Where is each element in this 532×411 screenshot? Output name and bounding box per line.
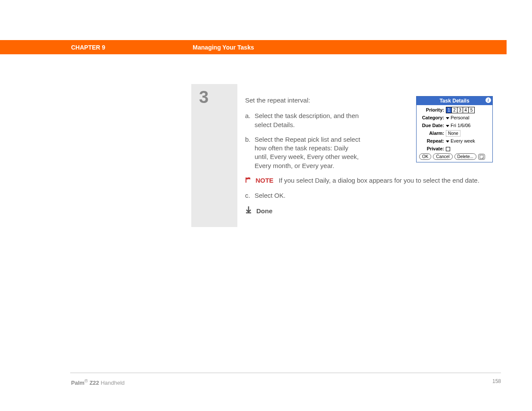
step-number-column: 3: [191, 84, 237, 227]
priority-5[interactable]: 5: [469, 107, 474, 113]
ok-button[interactable]: OK: [419, 153, 431, 160]
priority-1[interactable]: 1: [446, 107, 452, 113]
done-label: Done: [256, 207, 273, 215]
alarm-label: Alarm:: [419, 130, 444, 137]
duedate-row: Due Date: Fri 1/6/06: [419, 122, 490, 129]
substep-list-c: c. Select OK.: [245, 191, 361, 200]
page-title: Managing Your Tasks: [193, 44, 254, 51]
header-bar: CHAPTER 9 Managing Your Tasks: [0, 40, 507, 54]
repeat-row: Repeat: Every week: [419, 138, 490, 144]
delete-button[interactable]: Delete...: [454, 153, 476, 160]
substep-marker: c.: [245, 191, 255, 200]
priority-3[interactable]: 3: [457, 107, 463, 113]
private-checkbox[interactable]: [446, 147, 450, 151]
note-label: NOTE: [255, 177, 274, 184]
repeat-picklist[interactable]: Every week: [446, 138, 475, 144]
duedate-label: Due Date:: [419, 122, 444, 129]
dialog-body: Priority: 1 2 3 4 5 Category: Personal D…: [417, 105, 492, 162]
note-button[interactable]: [478, 154, 485, 160]
substep-c: c. Select OK.: [245, 191, 361, 200]
page-number: 158: [492, 378, 501, 386]
priority-selector[interactable]: 1 2 3 4 5: [446, 107, 475, 113]
repeat-label: Repeat:: [419, 138, 444, 144]
substep-text: Select the task description, and then se…: [255, 112, 361, 129]
substep-marker: a.: [245, 112, 255, 129]
substep-marker: b.: [245, 135, 255, 170]
category-picklist[interactable]: Personal: [446, 115, 469, 121]
dialog-title-bar: Task Details i: [417, 97, 492, 105]
step-content: Set the repeat interval: a. Select the t…: [237, 84, 500, 227]
category-row: Category: Personal: [419, 115, 490, 121]
substep-b: b. Select the Repeat pick list and selec…: [245, 135, 361, 170]
down-arrow-icon: [245, 206, 252, 216]
private-row: Private:: [419, 146, 490, 152]
step-box: 3 Set the repeat interval: a. Select the…: [191, 84, 500, 227]
chapter-label: CHAPTER 9: [71, 44, 105, 51]
footer-brand: Palm® Z22 Handheld: [71, 378, 124, 386]
substep-text: Select the Repeat pick list and select h…: [255, 135, 361, 170]
priority-row: Priority: 1 2 3 4 5: [419, 107, 490, 113]
substep-list: a. Select the task description, and then…: [245, 112, 361, 170]
step-number: 3: [199, 87, 237, 107]
chevron-down-icon: [446, 117, 449, 119]
flag-icon: [245, 177, 252, 185]
cancel-button[interactable]: Cancel: [433, 153, 452, 160]
chevron-down-icon: [446, 140, 449, 143]
priority-4[interactable]: 4: [463, 107, 469, 113]
substep-a: a. Select the task description, and then…: [245, 112, 361, 129]
chevron-down-icon: [446, 125, 449, 127]
note-text: If you select Daily, a dialog box appear…: [279, 177, 479, 184]
dialog-buttons: OK Cancel Delete...: [419, 153, 490, 160]
done-row: Done: [245, 206, 492, 216]
substep-text: Select OK.: [255, 191, 286, 200]
alarm-row: Alarm: None: [419, 130, 490, 137]
footer-divider: [70, 373, 501, 373]
priority-2[interactable]: 2: [452, 107, 457, 113]
alarm-selector[interactable]: None: [446, 130, 460, 137]
private-label: Private:: [419, 146, 444, 152]
info-icon[interactable]: i: [485, 97, 491, 103]
note-row: NOTE If you select Daily, a dialog box a…: [245, 176, 492, 185]
duedate-picklist[interactable]: Fri 1/6/06: [446, 122, 470, 129]
category-label: Category:: [419, 115, 444, 121]
dialog-title: Task Details: [439, 98, 469, 104]
task-details-dialog: Task Details i Priority: 1 2 3 4 5 Categ…: [416, 96, 493, 162]
priority-label: Priority:: [419, 107, 444, 113]
footer: Palm® Z22 Handheld 158: [71, 378, 501, 386]
note-icon: [479, 155, 484, 159]
